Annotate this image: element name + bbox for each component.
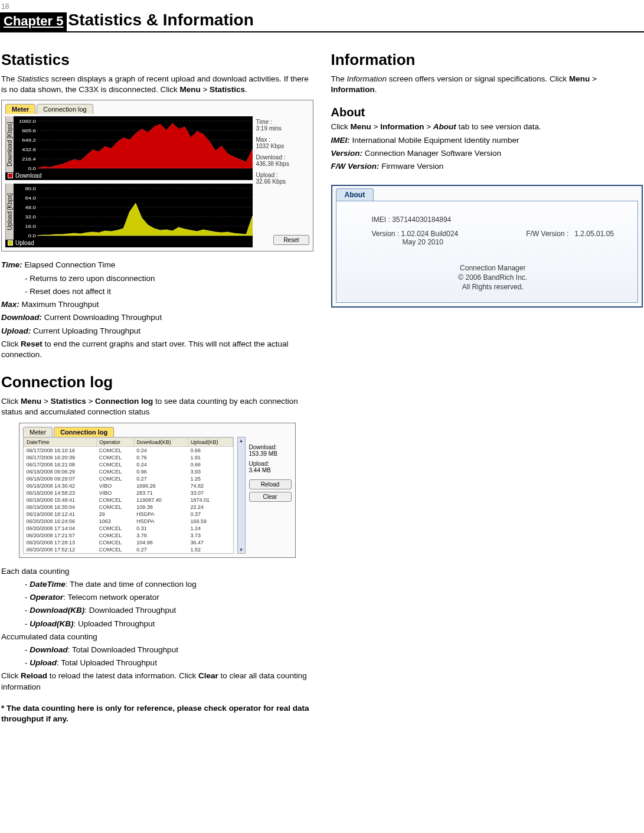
log-side: Download: 153.39 MB Upload: 3.44 MB Relo…: [249, 437, 292, 554]
svg-text:216.4: 216.4: [22, 157, 36, 162]
ver-def: Version: Connection Manager Software Ver…: [331, 148, 643, 159]
text: Menu: [351, 122, 371, 131]
about-tab[interactable]: About: [336, 188, 374, 201]
log-ul-label: Upload:: [249, 460, 292, 467]
tab-connection-log-2[interactable]: Connection log: [54, 427, 114, 437]
text: Upload: [30, 658, 57, 667]
text: Menu: [179, 85, 200, 94]
text: : Total Downloaded Throughput: [68, 645, 178, 654]
text: Connection Manager Software Version: [362, 149, 501, 158]
table-row: 06/19/2008 16:35:04COMCEL109.3822.24: [24, 504, 233, 511]
text: © 2006 BandRich Inc.: [372, 273, 614, 283]
about-panel: IMEI : 357144030184894 Version : 1.02.02…: [336, 201, 639, 303]
tab-meter-2[interactable]: Meter: [23, 427, 53, 437]
text: Version :: [372, 230, 401, 238]
svg-text:865.6: 865.6: [22, 129, 36, 133]
text: Connection log: [95, 397, 153, 406]
table-row: 06/20/2008 17:21:57COMCEL3.783.73: [24, 532, 233, 539]
text: Time:: [1, 260, 22, 269]
stats-side: Time :3:19 mins Max :1032 Kbps Download …: [256, 116, 309, 247]
each-b2: - Operator: Telecom network operator: [1, 592, 313, 603]
each-b4: - Upload(KB): Uploaded Throughput: [1, 619, 313, 629]
text: : Downloaded Throughput: [84, 606, 176, 615]
text: >: [424, 122, 433, 131]
text: -: [25, 645, 30, 654]
text: .: [375, 85, 377, 94]
max-label: Max :: [256, 136, 270, 143]
acc-head: Accumulated data counting: [1, 632, 313, 642]
reset-desc: Click Reset to end the current graphs an…: [1, 339, 313, 360]
ul-def: Upload: Current Uploading Throughput: [1, 326, 313, 337]
table-row: 06/18/2008 14:58:23VIBO283.7133.07: [24, 489, 233, 496]
about-heading: About: [331, 106, 643, 119]
time-value: 3:19 mins: [256, 125, 282, 132]
text: All Rights reserved.: [372, 283, 614, 292]
acc-b2: - Upload: Total Uploaded Throughput: [1, 658, 313, 668]
text: Information: [380, 122, 424, 131]
log-dl-label: Download:: [249, 444, 292, 450]
text: DateTime: [30, 580, 66, 589]
max-def: Max: Maximum Throughput: [1, 299, 313, 310]
tab-connection-log[interactable]: Connection log: [37, 104, 93, 114]
download-svg: 1082.0865.6649.2432.8216.40.0: [14, 116, 253, 172]
about-footer: Connection Manager © 2006 BandRich Inc. …: [372, 264, 614, 292]
text: The: [1, 74, 17, 83]
text: Firmware Version: [380, 162, 444, 171]
log-col-header: Download(KB): [134, 437, 188, 446]
text: Current Downloading Throughput: [42, 313, 162, 322]
statistics-heading: Statistics: [1, 51, 313, 69]
table-row: 06/18/2008 14:30:42VIBO1690.2674.82: [24, 482, 233, 489]
svg-text:0.0: 0.0: [28, 234, 37, 239]
table-row: 06/18/2008 15:48:41COMCEL119087.401874.0…: [24, 496, 233, 504]
text: : Uploaded Throughput: [74, 619, 155, 628]
reset-button[interactable]: Reset: [273, 235, 309, 245]
download-swatch: [8, 173, 13, 178]
text: Click: [1, 671, 21, 680]
text: Max:: [1, 300, 19, 309]
text: IMEI:: [331, 136, 350, 145]
connlog-heading: Connection log: [1, 373, 313, 391]
text: -: [25, 593, 30, 602]
reload-button[interactable]: Reload: [249, 479, 292, 489]
text: Download(KB): [30, 606, 84, 615]
scrollbar[interactable]: [237, 437, 246, 554]
upload-swatch: [8, 240, 13, 246]
table-row: 06/18/2008 09:06:29COMCEL0.963.93: [24, 468, 233, 475]
log-dl-value: 153.39 MB: [249, 450, 292, 457]
download-ylabel: Download [Kbps]: [5, 116, 14, 172]
download-chart: Download [Kbps] 1082.0865.6649.24: [5, 116, 253, 180]
max-value: 1032 Kbps: [256, 143, 285, 149]
log-col-header: Upload(KB): [188, 437, 233, 446]
table-row: 06/17/2008 16:20:39COMCEL0.761.91: [24, 454, 233, 461]
download-legend: Download: [5, 171, 253, 180]
page-number: 18: [0, 0, 644, 11]
text: -: [25, 658, 30, 667]
left-column: Statistics The Statistics screen display…: [1, 47, 313, 724]
text: : Total Uploaded Throughput: [57, 658, 157, 667]
upload-legend: Upload: [5, 239, 253, 247]
each-b3: - Download(KB): Downloaded Throughput: [1, 605, 313, 616]
text: Menu: [21, 397, 41, 406]
about-fw: F/W Version : 1.2.05.01.05: [526, 230, 614, 246]
table-row: 06/20/2008 17:52:12COMCEL0.271.52: [24, 546, 233, 553]
text: Connection Manager: [372, 264, 614, 273]
text: Operator: [30, 593, 63, 602]
table-row: 06/20/2008 17:28:13COMCEL104.9836.47: [24, 539, 233, 546]
text: Upload:: [1, 326, 31, 335]
text: >: [590, 74, 597, 83]
text: Maximum Throughput: [19, 300, 99, 309]
about-figure: About IMEI : 357144030184894 Version : 1…: [331, 185, 643, 308]
download-legend-text: Download: [15, 172, 41, 179]
chapter-header: Chapter 5 Statistics & Information: [0, 11, 644, 32]
text: Clear: [198, 671, 218, 680]
svg-text:16.0: 16.0: [25, 224, 36, 229]
svg-text:1082.0: 1082.0: [19, 119, 36, 124]
log-tabs: Meter Connection log: [23, 427, 292, 437]
svg-text:80.0: 80.0: [25, 187, 36, 191]
clear-button[interactable]: Clear: [249, 492, 292, 502]
time-b2: - Reset does not affect it: [1, 286, 313, 297]
text: Download: [30, 645, 68, 654]
tab-meter[interactable]: Meter: [5, 104, 35, 114]
information-heading: Information: [331, 51, 643, 69]
text: Statistics: [210, 85, 245, 94]
